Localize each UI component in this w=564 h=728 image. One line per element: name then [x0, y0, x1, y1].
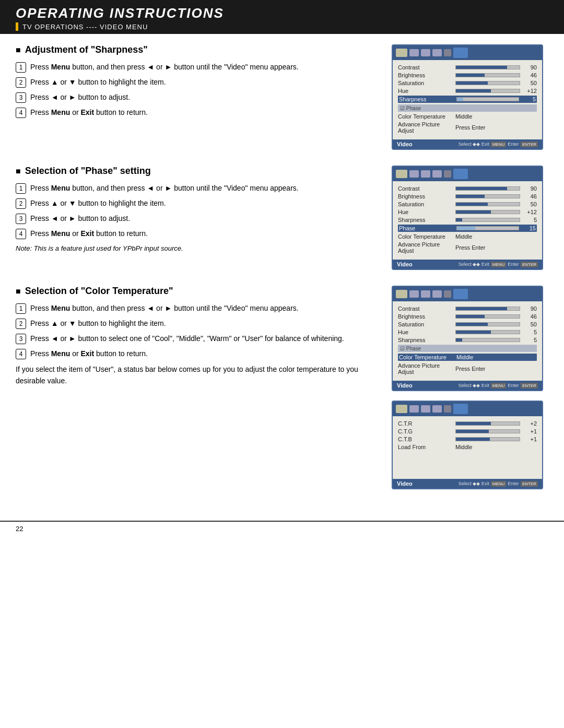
step-item: 3 Press ◄ or ► button to adjust.	[16, 92, 381, 103]
tv-screen-sharpness: Contrast 90 Brightness 46 Saturation 50	[392, 44, 543, 150]
tv-bar	[455, 322, 520, 326]
tv-bar	[455, 218, 520, 222]
step-number: 4	[16, 349, 26, 359]
step-text: Press ▲ or ▼ button to highlight the ite…	[30, 198, 381, 209]
tv-screen-color-temp-2: C.T.R +2 C.T.G +1 C.T.B +1	[392, 401, 543, 489]
tv-row-text: Press Enter	[455, 124, 485, 131]
tv-row-label: Contrast	[398, 185, 455, 192]
tv-row: Brightness 46	[398, 193, 537, 199]
step-item: 4 Press Menu or Exit button to return.	[16, 348, 381, 359]
menu-btn: MENU	[491, 262, 507, 267]
tv-icon-2	[409, 170, 419, 178]
tv-bar	[455, 202, 520, 206]
section-phase-title: Selection of "Phase" setting	[16, 166, 381, 177]
tv-icon-1	[396, 405, 407, 413]
menu-btn: MENU	[491, 481, 507, 487]
step-item: 4 Press Menu or Exit button to return.	[16, 228, 381, 239]
tv-row-text: Middle	[455, 444, 472, 450]
tv-bar	[455, 307, 520, 311]
tv-row-value: 5	[522, 329, 537, 335]
tv-row: Contrast 90	[398, 185, 537, 192]
step-text: Press ◄ or ► button to adjust.	[30, 213, 381, 224]
tv-bar	[455, 65, 520, 69]
step-item: 1 Press Menu button, and then press ◄ or…	[16, 62, 381, 73]
tv-body: Contrast 90 Brightness 46 Saturation 50	[393, 60, 542, 139]
tv-row: Hue +12	[398, 88, 537, 94]
tv-icon-1	[396, 290, 407, 298]
section-color-temp: Selection of "Color Temperature" 1 Press…	[16, 286, 548, 489]
tv-icon-6	[453, 48, 468, 58]
tv-bottom-right: Select ◆◆ Exit MENU Enter ENTER	[459, 383, 538, 389]
step-text: Press Menu button, and then press ◄ or ►…	[30, 303, 381, 314]
tv-row-value: 50	[522, 321, 537, 327]
tv-row-value: 46	[522, 193, 537, 199]
tv-bar	[455, 330, 520, 334]
tv-row: Saturation 50	[398, 80, 537, 86]
menu-btn: MENU	[491, 383, 507, 389]
tv-row-value: 46	[522, 72, 537, 78]
tv-row-label: C.T.R	[398, 420, 455, 427]
tv-icon-1	[396, 49, 407, 57]
tv-bottom-bar: Video Select ◆◆ Exit MENU Enter ENTER	[393, 139, 542, 149]
step-text: Press Menu or Exit button to return.	[30, 107, 381, 118]
tv-icon-5	[444, 405, 451, 413]
tv-top-bar	[393, 402, 542, 416]
tv-row-label: Hue	[398, 329, 455, 335]
tv-body: C.T.R +2 C.T.G +1 C.T.B +1	[393, 416, 542, 479]
tv-icon-5	[444, 49, 451, 56]
tv-bar	[455, 89, 520, 93]
tv-icon-4	[432, 49, 442, 56]
tv-bottom-bar: Video Select ◆◆ Exit MENU Enter ENTER	[393, 479, 542, 488]
tv-row-value: 90	[522, 185, 537, 192]
tv-row: Hue +12	[398, 209, 537, 215]
tv-row-label: Saturation	[398, 201, 455, 207]
tv-row-value: 90	[522, 64, 537, 71]
step-text: Press ◄ or ► button to select one of "Co…	[30, 333, 381, 344]
tv-row-label: Advance Picture Adjust	[398, 362, 455, 375]
step-text: Press ▲ or ▼ button to highlight the ite…	[30, 318, 381, 329]
tv-top-bar	[393, 287, 542, 301]
tv-row-label: Color Temperature	[398, 233, 455, 240]
step-number: 3	[16, 214, 26, 224]
tv-row: C.T.B +1	[398, 436, 537, 442]
tv-row-label: Advance Picture Adjust	[398, 121, 455, 134]
tv-row-highlighted: Phase 15	[398, 225, 537, 232]
tv-row-value: +12	[522, 88, 537, 94]
section-color-temp-left: Selection of "Color Temperature" 1 Press…	[16, 286, 381, 395]
tv-row-label: Color Temperature	[398, 113, 455, 120]
phase-note: Note: This is a feature just used for YP…	[16, 243, 381, 254]
tv-row-value: 5	[521, 96, 536, 102]
page-header: OPERATING INSTRUCTIONS TV OPERATIONS ---…	[0, 0, 564, 34]
tv-bottom-left: Video	[397, 382, 413, 389]
tv-bar	[456, 97, 519, 101]
section-phase-left: Selection of "Phase" setting 1 Press Men…	[16, 166, 381, 270]
tv-icon-2	[409, 49, 419, 56]
tv-row-value: 46	[522, 313, 537, 320]
tv-row: Saturation 50	[398, 201, 537, 207]
tv-bottom-right: Select ◆◆ Exit MENU Enter ENTER	[459, 142, 538, 147]
tv-bottom-bar: Video Select ◆◆ Exit MENU Enter ENTER	[393, 260, 542, 269]
main-content: Adjustment of "Sharpness" 1 Press Menu b…	[0, 34, 564, 515]
tv-body: Contrast 90 Brightness 46 Saturation 50	[393, 181, 542, 260]
tv-row-value: 50	[522, 201, 537, 207]
step-text: Press Menu button, and then press ◄ or ►…	[30, 183, 381, 194]
tv-row-label: Contrast	[398, 306, 455, 312]
tv-bar	[455, 73, 520, 77]
tv-row: Hue 5	[398, 329, 537, 335]
tv-divider: ☑ Phase	[398, 345, 537, 352]
tv-row-label: Load From	[398, 444, 455, 450]
tv-row-value: 50	[522, 80, 537, 86]
tv-row-value: +1	[522, 436, 537, 442]
header-bar-accent	[16, 22, 18, 31]
tv-bottom-left: Video	[397, 261, 413, 267]
tv-row-text: Middle	[455, 113, 472, 120]
color-temp-info: If you select the item of "User", a stat…	[16, 363, 381, 387]
tv-row: C.T.R +2	[398, 420, 537, 427]
tv-row: Contrast 90	[398, 306, 537, 312]
tv-bottom-left: Video	[397, 480, 413, 487]
step-item: 2 Press ▲ or ▼ button to highlight the i…	[16, 318, 381, 329]
tv-icon-4	[432, 290, 442, 298]
tv-bar	[456, 226, 519, 230]
tv-icon-5	[444, 170, 451, 178]
tv-bar	[455, 194, 520, 198]
